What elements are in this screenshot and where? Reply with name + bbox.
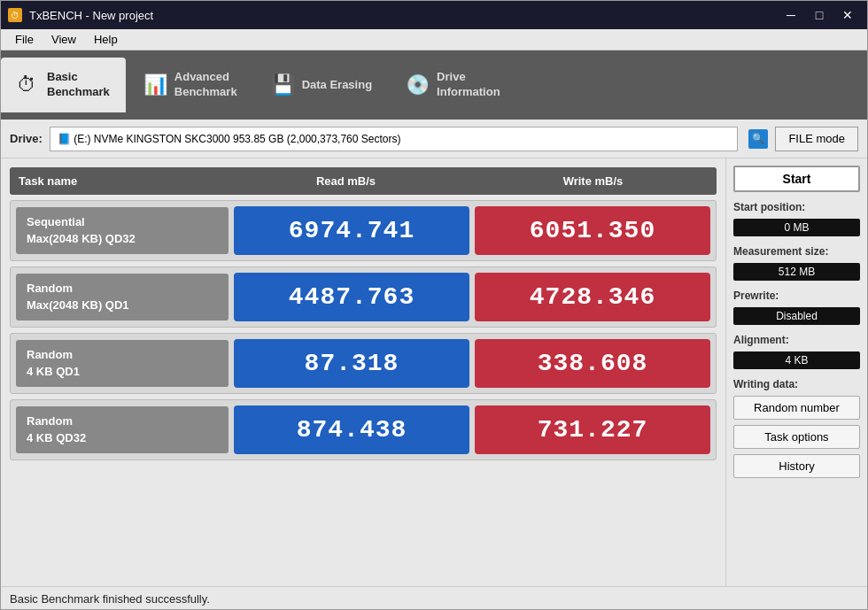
start-button[interactable]: Start (733, 166, 860, 192)
start-position-label: Start position: (733, 201, 860, 213)
status-bar: Basic Benchmark finished successfully. (1, 586, 867, 610)
drive-scan-icon[interactable]: 🔍 (748, 129, 768, 149)
col-header-task: Task name (10, 167, 222, 195)
write-value-3: 731.227 (475, 405, 710, 454)
history-button[interactable]: History (733, 454, 860, 478)
tab-advanced-benchmark[interactable]: 📊 AdvancedBenchmark (128, 58, 253, 112)
tab-icon-erasing: 💾 (271, 73, 295, 97)
content-area: Task name Read mB/s Write mB/s Sequentia… (1, 158, 867, 586)
menu-bar: File View Help (1, 29, 867, 50)
writing-data-button[interactable]: Random number (733, 396, 860, 420)
col-header-write: Write mB/s (469, 167, 717, 195)
task-name-0: SequentialMax(2048 KB) QD32 (16, 207, 229, 253)
alignment-value: 4 KB (733, 351, 860, 369)
menu-help[interactable]: Help (87, 31, 125, 48)
start-position-value: 0 MB (733, 219, 860, 236)
read-value-3: 874.438 (234, 405, 469, 454)
tab-data-erasing[interactable]: 💾 Data Erasing (255, 58, 388, 112)
prewrite-label: Prewrite: (733, 290, 860, 302)
prewrite-value: Disabled (733, 307, 860, 325)
task-name-2: Random4 KB QD1 (16, 340, 229, 386)
write-value-0: 6051.350 (475, 206, 710, 255)
tab-label-drive: DriveInformation (437, 70, 500, 100)
tab-bar: ⏱ BasicBenchmark 📊 AdvancedBenchmark 💾 D… (1, 50, 867, 120)
close-button[interactable]: ✕ (835, 6, 860, 24)
writing-data-label: Writing data: (733, 378, 860, 390)
title-bar: ⏱ TxBENCH - New project ─ □ ✕ (1, 1, 867, 29)
task-name-1: RandomMax(2048 KB) QD1 (16, 274, 229, 320)
table-row: SequentialMax(2048 KB) QD32 6974.741 605… (10, 200, 717, 261)
read-value-2: 87.318 (234, 339, 469, 388)
tab-icon-basic: ⏱ (17, 73, 40, 97)
drive-select-wrapper: 📘 (E:) NVMe KINGSTON SKC3000 953.85 GB (… (50, 127, 739, 151)
write-value-1: 4728.346 (475, 273, 710, 321)
drive-row: Drive: 📘 (E:) NVMe KINGSTON SKC3000 953.… (1, 120, 867, 158)
measurement-size-label: Measurement size: (733, 245, 860, 258)
menu-view[interactable]: View (44, 31, 83, 48)
tab-basic-benchmark[interactable]: ⏱ BasicBenchmark (1, 58, 126, 112)
minimize-button[interactable]: ─ (779, 6, 803, 24)
alignment-label: Alignment: (733, 334, 860, 346)
read-value-1: 4487.763 (234, 273, 469, 321)
drive-label: Drive: (10, 132, 43, 145)
read-value-0: 6974.741 (234, 206, 469, 255)
sidebar: Start Start position: 0 MB Measurement s… (725, 158, 867, 586)
file-mode-button[interactable]: FILE mode (775, 127, 858, 151)
write-value-2: 338.608 (475, 339, 710, 388)
status-text: Basic Benchmark finished successfully. (10, 592, 210, 606)
benchmark-area: Task name Read mB/s Write mB/s Sequentia… (1, 158, 725, 586)
tab-label-advanced: AdvancedBenchmark (174, 70, 237, 100)
col-header-read: Read mB/s (222, 167, 469, 195)
window-title: TxBENCH - New project (29, 9, 153, 22)
tab-icon-drive: 💿 (406, 73, 430, 97)
tab-label-basic: BasicBenchmark (47, 70, 110, 100)
table-header: Task name Read mB/s Write mB/s (10, 167, 717, 195)
task-name-3: Random4 KB QD32 (16, 406, 229, 452)
task-options-button[interactable]: Task options (733, 425, 860, 449)
tab-icon-advanced: 📊 (143, 73, 167, 97)
main-area: Drive: 📘 (E:) NVMe KINGSTON SKC3000 953.… (1, 120, 867, 586)
menu-file[interactable]: File (8, 31, 41, 48)
tab-label-erasing: Data Erasing (302, 78, 372, 93)
table-row: RandomMax(2048 KB) QD1 4487.763 4728.346 (10, 266, 717, 328)
table-row: Random4 KB QD1 87.318 338.608 (10, 333, 717, 394)
app-icon: ⏱ (8, 8, 22, 22)
drive-select[interactable]: 📘 (E:) NVMe KINGSTON SKC3000 953.85 GB (… (50, 127, 739, 151)
tab-drive-information[interactable]: 💿 DriveInformation (390, 58, 516, 112)
table-row: Random4 KB QD32 874.438 731.227 (10, 399, 717, 460)
maximize-button[interactable]: □ (807, 6, 832, 24)
measurement-size-value: 512 MB (733, 263, 860, 281)
